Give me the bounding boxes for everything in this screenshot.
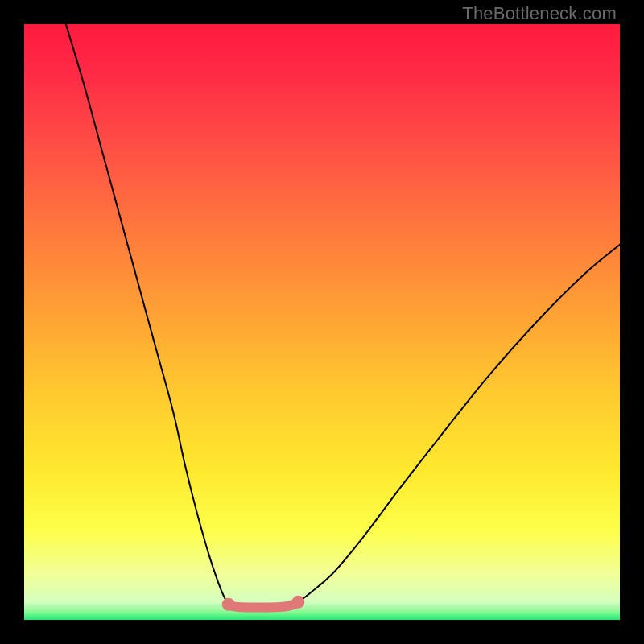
valley-left-dot (222, 598, 235, 611)
left-branch-line (66, 24, 229, 605)
right-branch-line (298, 245, 620, 602)
chart-frame: TheBottleneck.com (0, 0, 644, 644)
valley-floor-line (229, 602, 299, 608)
watermark-text: TheBottleneck.com (462, 3, 617, 24)
curve-layer (24, 24, 620, 620)
valley-right-dot (291, 596, 304, 609)
plot-area (24, 24, 620, 620)
